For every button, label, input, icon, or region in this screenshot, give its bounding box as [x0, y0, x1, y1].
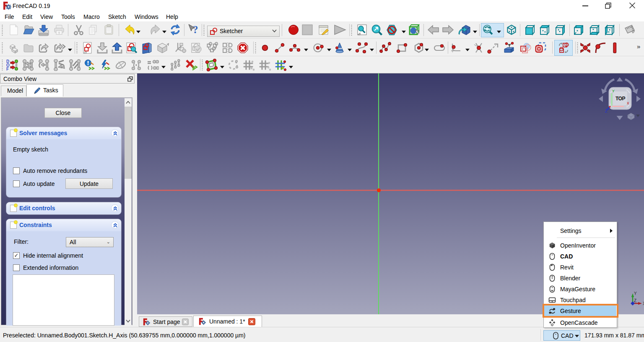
svg-text:X: X [627, 101, 629, 105]
svg-text:F: F [6, 67, 9, 71]
svg-text:Y: Y [612, 89, 615, 93]
svg-text:Z: Z [634, 298, 636, 303]
svg-text:?: ? [193, 24, 198, 35]
svg-text:TOP: TOP [615, 96, 625, 102]
svg-text:Y: Y [634, 291, 637, 296]
